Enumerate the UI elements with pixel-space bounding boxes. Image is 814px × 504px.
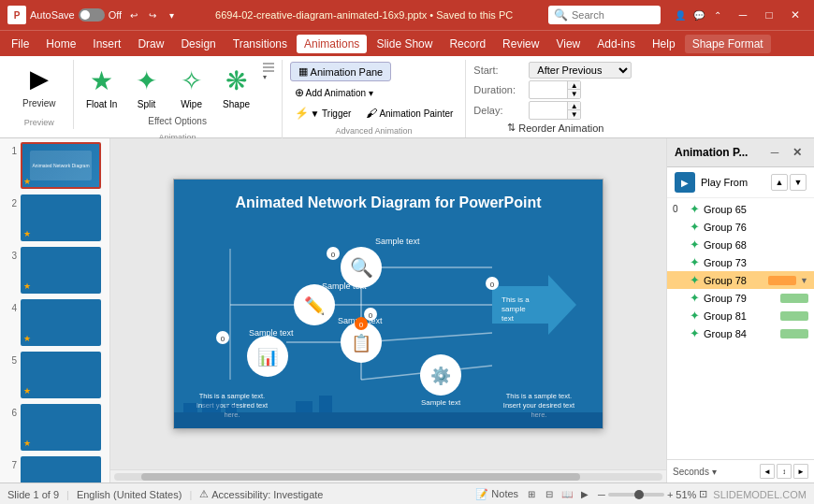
anim-item-group78[interactable]: ✦ Group 78 ▼ [667, 271, 814, 289]
slide-thumb-3[interactable]: 3 ★ [4, 247, 106, 294]
footer-expand-button[interactable]: ↕ [777, 464, 792, 479]
anim-item-group81[interactable]: ✦ Group 81 [667, 307, 814, 324]
share-icon[interactable]: 👤 [672, 7, 689, 23]
app-logo: P [7, 6, 26, 24]
quick-access-toolbar: ↩ ↪ ▾ [125, 7, 180, 23]
comments-icon[interactable]: 💬 [690, 7, 707, 23]
duration-spinner[interactable]: 01.00 ▲ ▼ [529, 80, 581, 99]
duration-up[interactable]: ▲ [567, 81, 580, 90]
svg-rect-44 [183, 403, 197, 412]
notes-label[interactable]: Notes [491, 488, 518, 500]
anim-item-group79[interactable]: ✦ Group 79 [667, 289, 814, 307]
canvas-scrollbar[interactable] [110, 469, 666, 482]
floatin-icon: ★ [90, 65, 113, 96]
menu-transitions[interactable]: Transitions [225, 35, 295, 53]
menu-file[interactable]: File [4, 35, 36, 53]
normal-view-icon[interactable]: ⊞ [524, 487, 539, 502]
slide-image-1[interactable]: ★ Animated Network Diagram [21, 142, 101, 189]
ribbon-collapse-icon[interactable]: ⌃ [709, 7, 726, 23]
anim-item-group76[interactable]: ✦ Group 76 [667, 218, 814, 236]
animation-panel-minimize[interactable]: ─ [765, 143, 784, 162]
start-select[interactable]: After Previous On Click With Previous [529, 62, 632, 79]
anim-item-group84[interactable]: ✦ Group 84 [667, 324, 814, 342]
anim-item-group65[interactable]: 0 ✦ Group 65 [667, 200, 814, 218]
menu-view[interactable]: View [548, 35, 588, 53]
notes-icon[interactable]: 📝 [475, 488, 488, 500]
footer-scroll-right[interactable]: ► [793, 464, 808, 479]
slideshow-icon[interactable]: ▶ [577, 487, 592, 502]
split-button[interactable]: ✦ Split [126, 62, 167, 111]
anim-dropdown-group78[interactable]: ▼ [800, 276, 808, 285]
customize-qat-icon[interactable]: ▾ [163, 7, 180, 23]
menu-addins[interactable]: Add-ins [589, 35, 643, 53]
slide-thumb-6[interactable]: 6 ★ [4, 404, 106, 451]
h-scrollbar-track[interactable] [114, 473, 662, 481]
menu-draw[interactable]: Draw [130, 35, 171, 53]
menu-record[interactable]: Record [442, 35, 493, 53]
slide-sorter-icon[interactable]: ⊟ [542, 487, 557, 502]
menu-slideshow[interactable]: Slide Show [369, 35, 440, 53]
delay-up[interactable]: ▲ [567, 102, 580, 110]
menu-insert[interactable]: Insert [85, 35, 128, 53]
redo-icon[interactable]: ↪ [144, 7, 161, 23]
slide-thumb-5[interactable]: 5 ★ [4, 352, 106, 398]
footer-scroll-left[interactable]: ◄ [760, 464, 775, 479]
slide-thumb-4[interactable]: 4 ★ [4, 299, 106, 346]
search-box[interactable]: 🔍 [548, 6, 661, 24]
reading-view-icon[interactable]: 📖 [560, 487, 574, 502]
slide-image-4[interactable]: ★ [21, 299, 101, 346]
duration-input[interactable]: 01.00 [530, 83, 567, 96]
search-input[interactable] [572, 9, 655, 21]
animation-expand[interactable]: ▾ [263, 62, 274, 81]
menu-shape-format[interactable]: Shape Format [685, 35, 771, 53]
floatin-button[interactable]: ★ Float In [81, 62, 123, 111]
preview-button[interactable]: ▶ Preview [13, 62, 65, 114]
reorder-animation-button[interactable]: ⇅ Reorder Animation [501, 120, 609, 136]
animation-pane-icon: ▦ [298, 65, 308, 78]
wipe-button[interactable]: ✧ Wipe [171, 62, 212, 111]
animation-panel-close[interactable]: ✕ [788, 143, 807, 162]
slide-image-5[interactable]: ★ [21, 352, 101, 398]
fit-button[interactable]: ⊡ [699, 488, 707, 500]
delay-spinner[interactable]: 00.00 ▲ ▼ [529, 101, 581, 120]
slide-num-4: 4 [4, 303, 17, 313]
anim-item-group73[interactable]: ✦ Group 73 [667, 253, 814, 271]
zoom-in-icon[interactable]: + [667, 489, 673, 500]
animation-painter-button[interactable]: 🖌 Animation Painter [361, 104, 458, 122]
menu-help[interactable]: Help [645, 35, 683, 53]
animation-scroll-up[interactable]: ▲ [771, 174, 788, 191]
h-scrollbar-thumb[interactable] [141, 473, 580, 481]
slide-image-2[interactable]: ★ [21, 194, 101, 241]
menu-review[interactable]: Review [495, 35, 546, 53]
menu-home[interactable]: Home [38, 35, 83, 53]
menu-design[interactable]: Design [173, 35, 223, 53]
slide-thumb-2[interactable]: 2 ★ [4, 194, 106, 241]
delay-down[interactable]: ▼ [567, 110, 580, 119]
animation-pane-button[interactable]: ▦ Animation Pane [290, 62, 392, 81]
delay-input[interactable]: 00.00 [530, 104, 567, 117]
undo-icon[interactable]: ↩ [125, 7, 142, 23]
minimize-button[interactable]: ─ [732, 6, 754, 24]
add-animation-button[interactable]: ⊕ Add Animation ▾ [290, 83, 378, 102]
slide-thumb-7[interactable]: 7 ★ [4, 456, 106, 482]
zoom-out-icon[interactable]: ─ [598, 489, 605, 500]
slide-canvas[interactable]: Animated Network Diagram for PowerPoint [173, 179, 603, 429]
effect-options-button[interactable]: Effect Options [143, 113, 211, 129]
slide-image-7[interactable]: ★ [21, 456, 101, 482]
animation-scroll-down[interactable]: ▼ [790, 174, 807, 191]
menu-animations[interactable]: Animations [297, 35, 367, 53]
status-right: 📝 Notes ⊞ ⊟ 📖 ▶ ─ + 51% ⊡ SLIDEMODEL.COM [475, 487, 807, 502]
slide-image-3[interactable]: ★ [21, 247, 101, 294]
anim-item-group68[interactable]: ✦ Group 68 [667, 236, 814, 253]
trigger-button[interactable]: ⚡ ▼ Trigger [290, 104, 356, 122]
maximize-button[interactable]: □ [758, 6, 780, 24]
svg-rect-48 [319, 396, 332, 412]
play-button[interactable]: ▶ [675, 172, 695, 193]
shape-button[interactable]: ❋ Shape [216, 62, 257, 111]
slide-image-6[interactable]: ★ [21, 404, 101, 451]
close-button[interactable]: ✕ [784, 6, 807, 24]
zoom-slider[interactable] [608, 493, 664, 497]
autosave-toggle[interactable] [79, 8, 105, 22]
slide-thumb-1[interactable]: 1 ★ Animated Network Diagram [4, 142, 106, 189]
duration-down[interactable]: ▼ [567, 90, 580, 98]
